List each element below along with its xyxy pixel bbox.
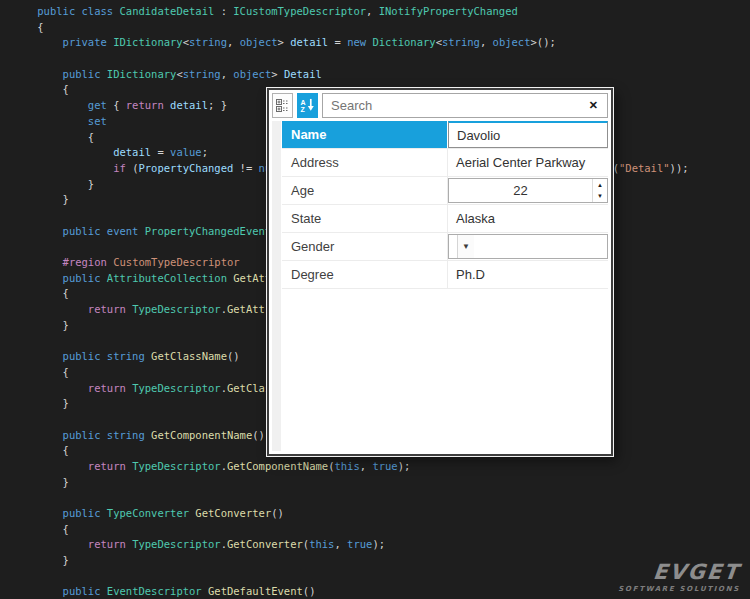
sort-az-icon: A Z	[300, 98, 315, 113]
property-label: Degree	[282, 261, 448, 288]
code-line: public IDictionary<string, object> Detai…	[12, 67, 750, 83]
property-value: 22	[449, 183, 592, 198]
screen: public class CandidateDetail : ICustomTy…	[0, 0, 750, 599]
category-view-icon	[276, 99, 290, 113]
code-line	[12, 490, 750, 506]
svg-text:A: A	[300, 99, 305, 106]
property-row[interactable]: Degree Ph.D ▲ ▼ ▼	[282, 261, 608, 289]
code-line	[12, 51, 750, 67]
property-grid-window: A Z ✕ Name Davolio ▲ ▼	[267, 88, 613, 456]
property-row[interactable]: Name Davolio ▲ ▼ ▼	[282, 121, 608, 149]
code-line: return TypeDescriptor.GetComponentName(t…	[12, 459, 750, 475]
sort-az-button[interactable]: A Z	[297, 93, 318, 118]
brand-watermark: EVGET SOFTWARE SOLUTIONS	[618, 560, 740, 593]
property-row[interactable]: State Alaska ▲ ▼ ▼	[282, 205, 608, 233]
dropdown-button[interactable]: ▼	[457, 235, 474, 258]
search-box: ✕	[322, 93, 608, 118]
clear-search-icon[interactable]: ✕	[585, 99, 607, 112]
property-row[interactable]: Age 22 ▲ ▼ ▼	[282, 177, 608, 205]
code-line: {	[12, 20, 750, 36]
code-line: return TypeDescriptor.GetConverter(this,…	[12, 537, 750, 553]
category-indent-strip	[272, 121, 281, 451]
search-input[interactable]	[323, 98, 585, 113]
property-value-editor[interactable]: Ph.D ▲ ▼ ▼	[448, 261, 608, 288]
property-value-editor[interactable]: Aerial Center Parkway ▲ ▼ ▼	[448, 149, 608, 176]
brand-logo: EVGET	[617, 560, 741, 584]
code-line: public class CandidateDetail : ICustomTy…	[12, 4, 750, 20]
property-value-cell: Aerial Center Parkway ▲ ▼ ▼	[448, 149, 608, 176]
numeric-spinner[interactable]: ▲ ▼	[592, 179, 607, 202]
property-value-editor[interactable]: Davolio ▲ ▼ ▼	[448, 121, 608, 148]
property-label: Name	[282, 121, 448, 148]
property-value: Aerial Center Parkway	[448, 155, 585, 170]
code-line: {	[12, 522, 750, 538]
property-row[interactable]: Gender ▲ ▼ ▼	[282, 233, 608, 261]
code-line: }	[12, 475, 750, 491]
category-view-button[interactable]	[272, 93, 293, 118]
brand-tagline: SOFTWARE SOLUTIONS	[618, 585, 740, 593]
property-label: Age	[282, 177, 448, 204]
property-value-cell: 22 ▲ ▼ ▼	[448, 177, 608, 204]
property-rows: Name Davolio ▲ ▼ ▼ Address Aerial Center…	[282, 121, 608, 451]
property-grid-toolbar: A Z ✕	[272, 93, 608, 118]
property-value-editor[interactable]: 22 ▲ ▼ ▼	[448, 178, 608, 203]
property-value-cell: Davolio ▲ ▼ ▼	[448, 121, 608, 148]
property-value: Ph.D	[448, 267, 485, 282]
property-label: Address	[282, 149, 448, 176]
svg-text:Z: Z	[300, 106, 305, 113]
property-value-cell: Ph.D ▲ ▼ ▼	[448, 261, 608, 288]
dropdown-arrow-icon: ▼	[462, 242, 470, 251]
code-line: private IDictionary<string, object> deta…	[12, 35, 750, 51]
property-value-cell: Alaska ▲ ▼ ▼	[448, 205, 608, 232]
property-value: Davolio	[449, 128, 500, 143]
spin-down-icon[interactable]: ▼	[593, 191, 607, 203]
property-row[interactable]: Address Aerial Center Parkway ▲ ▼ ▼	[282, 149, 608, 177]
property-value-cell: ▲ ▼ ▼	[448, 233, 608, 260]
property-value-editor[interactable]: ▲ ▼ ▼	[448, 234, 608, 259]
property-label: State	[282, 205, 448, 232]
property-value: Alaska	[448, 211, 495, 226]
property-value-editor[interactable]: Alaska ▲ ▼ ▼	[448, 205, 608, 232]
property-grid: Name Davolio ▲ ▼ ▼ Address Aerial Center…	[272, 121, 608, 451]
property-label: Gender	[282, 233, 448, 260]
spin-up-icon[interactable]: ▲	[593, 179, 607, 191]
code-line: public TypeConverter GetConverter()	[12, 506, 750, 522]
